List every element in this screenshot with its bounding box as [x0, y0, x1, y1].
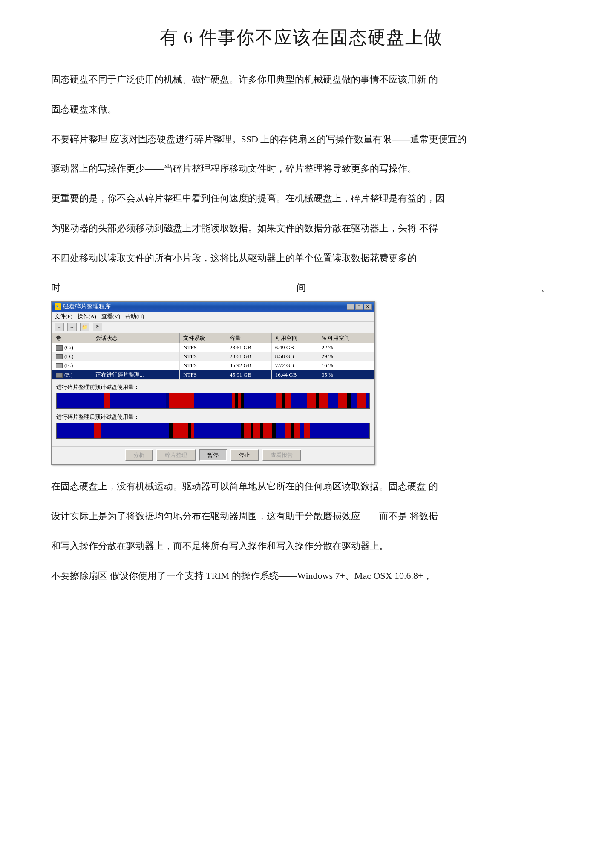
defrag-titlebar: 🔧 磁盘碎片整理程序 _ □ ✕	[52, 302, 374, 312]
defrag-menubar: 文件(F) 操作(A) 查看(V) 帮助(H)	[52, 312, 374, 322]
trim-intro: 不要擦除扇区 假设你使用了一个支持 TRIM 的操作系统——Windows 7+…	[51, 567, 551, 585]
drive-name: (D:)	[52, 352, 92, 361]
back-button[interactable]: ←	[55, 323, 64, 331]
drive-fs: NTFS	[180, 370, 226, 380]
after-img-p1: 在固态硬盘上，没有机械运动。驱动器可以简单地从它所在的任何扇区读取数据。固态硬盘…	[51, 477, 551, 495]
drive-fs: NTFS	[180, 352, 226, 361]
table-row[interactable]: (F:) 正在进行碎片整理... NTFS 45.91 GB 16.44 GB …	[52, 370, 374, 380]
defrag-p2: 驱动器上的写操作更少——当碎片整理程序移动文件时，碎片整理将导致更多的写操作。	[51, 160, 551, 178]
view-report-button[interactable]: 查看报告	[262, 449, 301, 461]
drive-capacity: 45.92 GB	[226, 361, 272, 370]
drive-name: (F:)	[52, 370, 92, 380]
close-button[interactable]: ✕	[364, 304, 372, 310]
drive-name: (E:)	[52, 361, 92, 370]
analyze-button[interactable]: 分析	[125, 449, 153, 461]
pause-button[interactable]: 暂停	[199, 449, 227, 461]
viz-before-label: 进行碎片整理前预计磁盘使用量：	[56, 383, 370, 391]
titlebar-buttons[interactable]: _ □ ✕	[347, 304, 372, 310]
stop-button[interactable]: 停止	[230, 449, 259, 461]
intro-paragraph: 固态硬盘不同于广泛使用的机械、磁性硬盘。许多你用典型的机械硬盘做的事情不应该用新…	[51, 71, 551, 89]
defrag-button[interactable]: 碎片整理	[156, 449, 196, 461]
menu-help[interactable]: 帮助(H)	[125, 313, 144, 320]
defrag-toolbar: ← → 📁 ↻	[52, 322, 374, 333]
table-header-row: 卷 会话状态 文件系统 容量 可用空间 % 可用空间	[52, 333, 374, 343]
defrag-p4: 为驱动器的头部必须移动到磁盘上才能读取数据。如果文件的数据分散在驱动器上，头将 …	[51, 219, 551, 237]
folder-button[interactable]: 📁	[80, 323, 89, 331]
drive-status	[92, 343, 179, 352]
defrag-window: 🔧 磁盘碎片整理程序 _ □ ✕ 文件(F) 操作(A) 查看(V) 帮助(H)…	[51, 301, 375, 465]
table-row[interactable]: (D:) NTFS 28.61 GB 8.58 GB 29 %	[52, 352, 374, 361]
drive-name: (C:)	[52, 343, 92, 352]
defrag-title-paragraph: 不要碎片整理 应该对固态硬盘进行碎片整理。SSD 上的存储扇区的写操作数量有限—…	[51, 130, 551, 148]
drive-capacity: 28.61 GB	[226, 343, 272, 352]
intro-paragraph-2: 固态硬盘来做。	[51, 101, 551, 118]
table-row[interactable]: (E:) NTFS 45.92 GB 7.72 GB 16 %	[52, 361, 374, 370]
col-pct: % 可用空间	[318, 333, 374, 343]
split-left: 时	[51, 279, 60, 297]
viz-before-bar	[56, 393, 370, 409]
defrag-buttons: 分析 碎片整理 暂停 停止 查看报告	[52, 446, 374, 464]
drive-free: 7.72 GB	[271, 361, 318, 370]
minimize-button[interactable]: _	[347, 304, 354, 310]
defrag-app-icon: 🔧	[55, 303, 61, 310]
drive-pct: 35 %	[318, 370, 374, 380]
forward-button[interactable]: →	[67, 323, 77, 331]
drive-free: 8.58 GB	[271, 352, 318, 361]
page-title: 有 6 件事你不应该在固态硬盘上做	[51, 26, 551, 49]
refresh-button[interactable]: ↻	[93, 323, 102, 331]
after-img-p3: 和写入操作分散在驱动器上，而不是将所有写入操作和写入操作分散在驱动器上。	[51, 537, 551, 555]
split-right: 。	[542, 279, 551, 297]
split-line: 时 间 。	[51, 279, 551, 297]
drive-fs: NTFS	[180, 343, 226, 352]
drive-pct: 16 %	[318, 361, 374, 370]
drive-free: 6.49 GB	[271, 343, 318, 352]
defrag-window-title: 磁盘碎片整理程序	[63, 303, 111, 310]
drive-fs: NTFS	[180, 361, 226, 370]
defrag-p5: 不四处移动以读取文件的所有小片段，这将比从驱动器上的单个位置读取数据花费更多的	[51, 249, 551, 267]
drive-table-body: (C:) NTFS 28.61 GB 6.49 GB 22 % (D:) NTF…	[52, 343, 374, 380]
drive-status	[92, 352, 179, 361]
after-img-p2: 设计实际上是为了将数据均匀地分布在驱动器周围，这有助于分散磨损效应——而不是 将…	[51, 507, 551, 525]
drive-pct: 29 %	[318, 352, 374, 361]
drive-capacity: 28.61 GB	[226, 352, 272, 361]
split-mid: 间	[297, 279, 306, 297]
col-capacity: 容量	[226, 333, 272, 343]
viz-after-label: 进行碎片整理后预计磁盘使用量：	[56, 413, 370, 421]
drive-pct: 22 %	[318, 343, 374, 352]
menu-action[interactable]: 操作(A)	[78, 313, 96, 320]
col-free: 可用空间	[271, 333, 318, 343]
defrag-p3: 更重要的是，你不会从碎片整理中看到任何速度的提高。在机械硬盘上，碎片整理是有益的…	[51, 190, 551, 207]
col-status: 会话状态	[92, 333, 179, 343]
drive-table: 卷 会话状态 文件系统 容量 可用空间 % 可用空间 (C:) NTFS 28.…	[52, 333, 374, 380]
titlebar-left: 🔧 磁盘碎片整理程序	[55, 303, 111, 310]
restore-button[interactable]: □	[355, 304, 363, 310]
defrag-viz-section: 进行碎片整理前预计磁盘使用量：	[52, 380, 374, 446]
col-volume: 卷	[52, 333, 92, 343]
table-row[interactable]: (C:) NTFS 28.61 GB 6.49 GB 22 %	[52, 343, 374, 352]
menu-view[interactable]: 查看(V)	[101, 313, 120, 320]
drive-capacity: 45.91 GB	[226, 370, 272, 380]
viz-after-bar	[56, 423, 370, 439]
col-fs: 文件系统	[180, 333, 226, 343]
menu-file[interactable]: 文件(F)	[55, 313, 72, 320]
drive-free: 16.44 GB	[271, 370, 318, 380]
drive-status: 正在进行碎片整理...	[92, 370, 179, 380]
drive-status	[92, 361, 179, 370]
